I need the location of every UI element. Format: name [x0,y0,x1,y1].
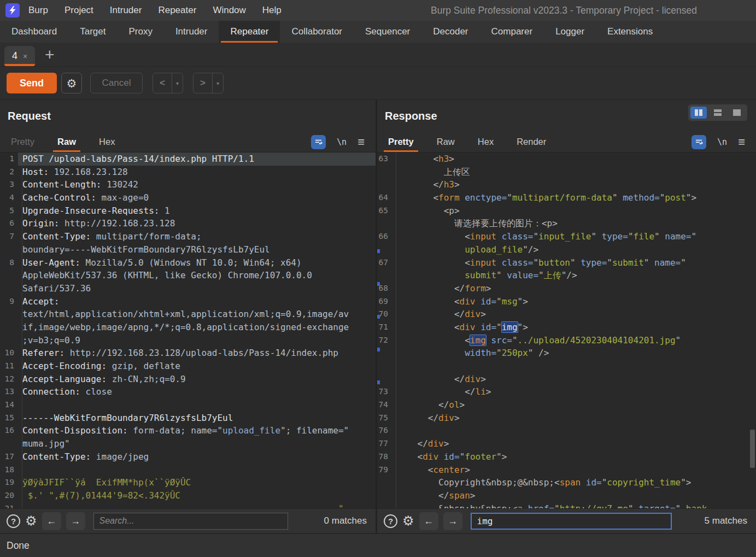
response-tab-hex[interactable]: Hex [477,132,495,152]
code-line[interactable]: 6Origin: http://192.168.23.128 [0,217,376,230]
code-line[interactable]: 78 <div id="footer"> [377,450,756,464]
menu-burp[interactable]: Burp [28,5,48,16]
layout-single-icon[interactable] [729,107,745,119]
layout-rows-icon[interactable] [710,107,726,119]
code-line[interactable]: 14 [0,398,376,412]
back-dropdown-icon[interactable]: ▾ [172,73,183,93]
forward-history-button[interactable]: > ▾ [193,73,224,93]
menu-window[interactable]: Window [213,5,245,16]
previous-match-button[interactable]: ← [419,512,438,530]
editor-menu-icon[interactable]: ≡ [738,136,745,148]
tab-target[interactable]: Target [68,21,117,43]
code-line[interactable]: 5Upgrade-Insecure-Requests: 1 [0,204,376,218]
help-icon[interactable]: ? [7,514,20,528]
add-tab-button[interactable]: + [45,46,55,66]
code-line[interactable]: </h3> [377,178,756,191]
response-search-input[interactable] [471,513,672,530]
tab-comparer[interactable]: Comparer [480,21,544,43]
back-arrow[interactable]: < [153,73,172,93]
request-tab-hex[interactable]: Hex [98,132,116,152]
menu-intruder[interactable]: Intruder [110,5,142,16]
forward-dropdown-icon[interactable]: ▾ [213,73,223,93]
forward-arrow[interactable]: > [194,73,212,93]
code-line[interactable]: 10Referer: http://192.168.23.128/upload-… [0,347,376,360]
code-line[interactable]: 71 <div id="img"> [377,321,756,334]
next-match-button[interactable]: → [443,512,462,530]
code-line[interactable]: 63 <h3> [377,153,756,166]
code-line[interactable]: 上传区 [377,166,756,179]
code-line[interactable]: AppleWebKit/537.36 (KHTML, like Gecko) C… [0,269,376,282]
tab-dashboard[interactable]: Dashboard [0,21,68,43]
code-line[interactable]: if,image/webp,image/apng,*/*;q=0.8,appli… [0,321,376,334]
tab-extensions[interactable]: Extensions [596,21,664,43]
code-line[interactable]: 2Host: 192.168.23.128 [0,166,376,179]
code-line[interactable]: 17Content-Type: image/jpeg [0,450,376,464]
tab-logger[interactable]: Logger [544,21,596,43]
code-line[interactable]: 69 <div id="msg"> [377,295,756,308]
show-newlines-icon[interactable]: \n [337,137,347,147]
code-line[interactable] [377,360,756,373]
code-line[interactable]: ;v=b3;q=0.9 [0,334,376,347]
code-line[interactable]: 21--------------------------------------… [0,502,376,508]
request-search-input[interactable] [93,513,288,530]
code-line[interactable]: 19ÿØÿàJFIF``ÿá ExifMM*hp(x``ÿØÿÛC [0,476,376,489]
menu-project[interactable]: Project [65,5,93,16]
code-line[interactable]: 15------WebKitFormBoundary7R6lzysfsLb7yE… [0,412,376,425]
code-line[interactable]: 3Content-Length: 130242 [0,178,376,191]
code-line[interactable]: 66 <input class="input_file" type="file"… [377,230,756,243]
response-editor[interactable]: 63 <h3> 上传区 </h3>64 <form enctype="multi… [377,153,756,508]
word-wrap-icon[interactable] [691,135,706,149]
code-line[interactable]: 77 </div> [377,437,756,450]
code-line[interactable]: 7Content-Type: multipart/form-data; [0,230,376,243]
code-line[interactable]: 76 [377,424,756,437]
code-line[interactable]: boundary=----WebKitFormBoundary7R6lzysfs… [0,243,376,256]
tab-collaborator[interactable]: Collaborator [280,21,354,43]
editor-menu-icon[interactable]: ≡ [358,136,365,148]
code-line[interactable]: 20 $.' ",#(7),01444'9=82<.342ÿÛC [0,489,376,502]
code-line[interactable]: 70 </div> [377,308,756,321]
close-tab-icon[interactable]: × [23,52,27,61]
response-tab-raw[interactable]: Raw [436,132,456,152]
menu-help[interactable]: Help [262,5,282,16]
tab-repeater[interactable]: Repeater [219,21,280,43]
code-line[interactable]: 68 </form> [377,282,756,295]
code-line[interactable]: 65 <p> [377,204,756,218]
code-line[interactable]: 74 </ol> [377,398,756,412]
previous-match-button[interactable]: ← [42,512,61,530]
back-history-button[interactable]: < ▾ [153,73,183,93]
code-line[interactable]: text/html,application/xhtml+xml,applicat… [0,308,376,321]
request-tab-raw[interactable]: Raw [56,132,77,152]
code-line[interactable]: </span> [377,489,756,502]
code-line[interactable]: Copyright&nbsp;@&nbsp;<span id="copyrigh… [377,476,756,489]
code-line[interactable]: 4Cache-Control: max-age=0 [0,191,376,204]
send-settings-gear-icon[interactable]: ⚙ [61,73,82,93]
word-wrap-icon[interactable] [311,135,326,149]
response-tab-pretty[interactable]: Pretty [387,132,415,152]
code-line[interactable]: 64 <form enctype="multipart/form-data" m… [377,191,756,204]
search-settings-gear-icon[interactable]: ⚙ [25,514,37,527]
next-match-button[interactable]: → [66,512,85,530]
send-button[interactable]: Send [7,73,57,93]
code-line[interactable]: 13Connection: close [0,385,376,398]
show-newlines-icon[interactable]: \n [717,137,727,147]
tab-intruder[interactable]: Intruder [164,21,219,43]
code-line[interactable]: 16Content-Disposition: form-data; name="… [0,424,376,437]
code-line[interactable]: &nbsp;by&nbsp;<a href="http://gv7.me" ta… [377,502,756,508]
help-icon[interactable]: ? [384,514,397,528]
request-editor[interactable]: 1POST /upload-labs/Pass-14/index.php HTT… [0,153,376,508]
cancel-button[interactable]: Cancel [90,73,143,93]
code-line[interactable]: </div> [377,373,756,386]
code-line[interactable]: muma.jpg" [0,437,376,450]
code-line[interactable]: submit" value="上传"/> [377,269,756,282]
code-line[interactable]: 79 <center> [377,464,756,477]
code-line[interactable]: 11Accept-Encoding: gzip, deflate [0,360,376,373]
code-line[interactable]: 72 <img src="../upload/4520230404104201.… [377,334,756,347]
tab-decoder[interactable]: Decoder [421,21,479,43]
code-line[interactable]: 67 <input class="button" type="submit" n… [377,256,756,269]
tab-sequencer[interactable]: Sequencer [354,21,421,43]
tab-proxy[interactable]: Proxy [117,21,163,43]
code-line[interactable]: 73 </li> [377,385,756,398]
code-line[interactable]: 9Accept: [0,295,376,308]
code-line[interactable]: Safari/537.36 [0,282,376,295]
repeater-tab-4[interactable]: 4 × [4,46,35,66]
